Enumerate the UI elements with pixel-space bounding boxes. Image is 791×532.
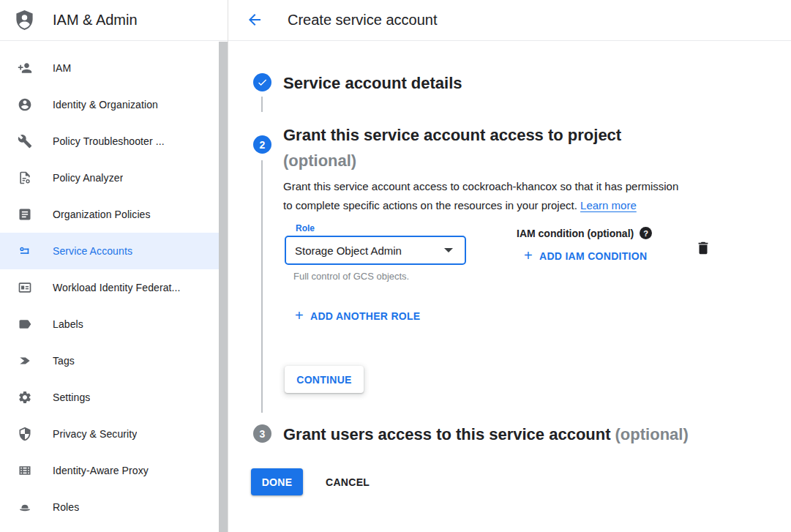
role-selected-value: Storage Object Admin (295, 244, 444, 257)
step-connector-line (261, 160, 263, 413)
step2-optional-label: (optional) (283, 148, 621, 173)
sidebar-item-labels[interactable]: Labels (0, 306, 219, 342)
sidebar-item-label: Service Accounts (53, 245, 132, 257)
role-select[interactable]: Storage Object Admin (285, 236, 466, 265)
sidebar-item-settings[interactable]: Settings (0, 379, 219, 416)
card-icon (18, 280, 32, 295)
sidebar-title: IAM & Admin (53, 0, 138, 40)
proxy-grid-icon (18, 463, 32, 478)
list-document-icon (18, 207, 32, 222)
role-field-label: Role (292, 224, 318, 233)
continue-button[interactable]: CONTINUE (285, 366, 364, 393)
trash-icon (695, 240, 711, 258)
plus-icon: + (295, 309, 304, 322)
step2-number-badge: 2 (253, 135, 271, 154)
sidebar-item-label: Tags (53, 355, 75, 367)
step1-complete-check-icon (253, 73, 271, 91)
sidebar-item-label: Settings (53, 391, 90, 403)
gear-icon (18, 390, 32, 405)
sidebar-item-policy-troubleshooter[interactable]: Policy Troubleshooter ... (0, 123, 219, 160)
sidebar-item-label: Labels (53, 318, 83, 330)
shield-half-icon (18, 427, 32, 441)
person-add-icon (18, 61, 32, 75)
sidebar-item-label: Privacy & Security (53, 428, 137, 440)
sidebar-nav: IAM Identity & Organization Policy Troub… (0, 41, 219, 525)
add-iam-condition-button[interactable]: + ADD IAM CONDITION (524, 250, 647, 263)
sidebar-item-iam[interactable]: IAM (0, 50, 219, 86)
step3-title: Grant users access to this service accou… (283, 425, 689, 444)
step-connector-line (261, 97, 263, 112)
step2-title-text: Grant this service account access to pro… (283, 126, 621, 144)
sidebar-divider (228, 0, 228, 532)
cancel-button[interactable]: CANCEL (317, 468, 378, 495)
sidebar-item-service-accounts[interactable]: Service Accounts (0, 233, 219, 269)
label-tag-icon (18, 317, 32, 331)
sidebar-item-tags[interactable]: Tags (0, 342, 219, 379)
step2-description-line2: to complete specific actions on the reso… (283, 196, 678, 215)
sidebar-item-organization-policies[interactable]: Organization Policies (0, 196, 219, 233)
hat-icon (18, 500, 32, 514)
back-arrow-icon[interactable] (246, 11, 263, 29)
step3-number-badge: 3 (253, 424, 271, 443)
sidebar-scrollbar[interactable] (219, 42, 228, 532)
step2-description: Grant this service account access to coc… (283, 177, 678, 215)
learn-more-link[interactable]: Learn more (580, 199, 637, 211)
document-gear-icon (18, 171, 32, 185)
sidebar-item-label: Organization Policies (53, 209, 151, 220)
service-account-icon (18, 244, 32, 258)
sidebar-item-policy-analyzer[interactable]: Policy Analyzer (0, 160, 219, 196)
sidebar-item-workload-identity-federation[interactable]: Workload Identity Federat... (0, 269, 219, 306)
sidebar-item-identity-aware-proxy[interactable]: Identity-Aware Proxy (0, 452, 219, 489)
sidebar-item-label: Identity & Organization (53, 99, 158, 110)
sidebar-item-label: Workload Identity Federat... (53, 282, 181, 293)
create-service-account-page: IAM & Admin Create service account IAM I… (0, 0, 791, 532)
delete-role-button[interactable] (694, 239, 713, 258)
sidebar-header: IAM & Admin (0, 0, 228, 40)
role-helper-text: Full control of GCS objects. (293, 271, 409, 282)
person-circle-icon (18, 97, 32, 112)
iam-condition-label: IAM condition (optional) ? (517, 227, 652, 239)
page-title: Create service account (288, 0, 438, 40)
sidebar-item-privacy-security[interactable]: Privacy & Security (0, 416, 219, 452)
app-header: IAM & Admin Create service account (0, 0, 791, 41)
sidebar-item-roles[interactable]: Roles (0, 489, 219, 525)
step2-title: Grant this service account access to pro… (283, 122, 621, 173)
add-another-role-button[interactable]: + ADD ANOTHER ROLE (295, 310, 421, 323)
tag-arrow-icon (18, 353, 32, 368)
sidebar-item-label: Policy Troubleshooter ... (53, 135, 165, 147)
done-button[interactable]: DONE (251, 468, 303, 495)
wrench-icon (18, 134, 32, 149)
step3-title-text: Grant users access to this service accou… (283, 425, 611, 443)
step3-optional-label: (optional) (615, 425, 689, 443)
sidebar-item-label: Roles (53, 501, 79, 513)
plus-icon: + (524, 249, 533, 262)
sidebar-item-label: Identity-Aware Proxy (53, 465, 149, 476)
sidebar-item-label: IAM (53, 62, 71, 74)
step1-title: Service account details (283, 74, 462, 93)
step2-description-line1: Grant this service account access to coc… (283, 177, 678, 196)
sidebar-item-identity-organization[interactable]: Identity & Organization (0, 86, 219, 123)
iam-shield-logo-icon (13, 9, 36, 31)
sidebar-item-label: Policy Analyzer (53, 172, 123, 184)
help-icon[interactable]: ? (640, 227, 652, 239)
dropdown-arrow-icon (444, 248, 453, 252)
